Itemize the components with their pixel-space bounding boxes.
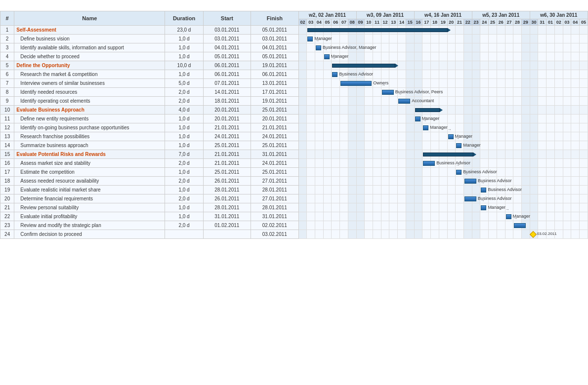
chart-cell-15-14: [414, 159, 422, 168]
chart-cell-23-21: [472, 230, 480, 239]
row-duration: 1,0 d: [165, 132, 203, 141]
chart-cell-16-31: [554, 168, 563, 177]
chart-cell-7-9: [373, 88, 381, 97]
day-header-2: 04: [315, 19, 324, 26]
chart-cell-0-0: [298, 26, 307, 35]
row-finish: 17.01.2011: [251, 88, 298, 97]
chart-cell-11-30: [546, 123, 555, 132]
table-row: 20Determine financial requirements2,0 d2…: [0, 194, 588, 203]
chart-cell-7-20: [463, 88, 472, 97]
day-header-8: 10: [365, 19, 373, 26]
chart-cell-10-14: Manager: [414, 115, 422, 123]
chart-cell-6-32: [563, 79, 571, 88]
resource-label: Business Advisor, Peers: [395, 89, 443, 94]
chart-cell-23-33: [571, 230, 580, 239]
chart-cell-21-3: [323, 212, 332, 221]
chart-cell-6-2: [315, 79, 324, 88]
chart-cell-6-17: [439, 79, 447, 88]
day-header-6: 08: [348, 19, 356, 26]
chart-cell-22-20: [463, 221, 472, 230]
chart-cell-8-19: [456, 97, 464, 106]
day-header-5: 07: [340, 19, 348, 26]
chart-cell-10-17: [439, 115, 447, 123]
row-start: 26.01.2011: [203, 177, 251, 186]
chart-cell-13-33: [571, 141, 580, 150]
chart-cell-4-25: [505, 61, 513, 70]
chart-cell-12-2: [315, 132, 324, 141]
chart-cell-3-34: [580, 52, 588, 61]
row-duration: 4,0 d: [165, 106, 203, 115]
chart-cell-13-0: [298, 141, 307, 150]
chart-cell-23-23: [489, 230, 497, 239]
chart-cell-8-11: [389, 97, 398, 106]
chart-cell-5-14: [414, 70, 422, 79]
chart-cell-8-21: [472, 97, 480, 106]
chart-cell-6-31: [554, 79, 563, 88]
chart-cell-2-26: [513, 43, 522, 52]
row-start: 04.01.2011: [203, 43, 251, 52]
chart-cell-17-29: [538, 177, 546, 186]
gantt-bar: [423, 125, 428, 130]
chart-cell-3-23: [489, 52, 497, 61]
chart-cell-4-12: [398, 61, 406, 70]
chart-cell-1-1: Manager: [307, 35, 315, 43]
chart-cell-0-32: [563, 26, 571, 35]
chart-cell-20-34: [580, 203, 588, 212]
chart-cell-13-30: [546, 141, 555, 150]
chart-cell-9-10: [381, 106, 389, 115]
chart-cell-10-28: [530, 115, 538, 123]
chart-cell-7-31: [554, 88, 563, 97]
chart-cell-2-12: [398, 43, 406, 52]
row-start: 20.01.2011: [203, 115, 251, 123]
gantt-bar: [506, 214, 511, 219]
gantt-bar: [481, 205, 486, 210]
chart-cell-2-21: [472, 43, 480, 52]
row-start: 14.01.2011: [203, 88, 251, 97]
chart-cell-20-3: [323, 203, 332, 212]
col-header-start: Start: [203, 11, 251, 26]
chart-cell-21-0: [298, 212, 307, 221]
row-duration: 2,0 d: [165, 177, 203, 186]
chart-cell-14-4: [332, 150, 340, 159]
row-num: 22: [0, 212, 14, 221]
row-num: 11: [0, 115, 14, 123]
chart-cell-6-16: [431, 79, 439, 88]
row-finish: 03.02.2011: [251, 230, 298, 239]
gantt-bar: [448, 134, 454, 139]
chart-cell-21-18: [447, 212, 456, 221]
chart-cell-22-25: [505, 221, 513, 230]
chart-cell-20-17: [439, 203, 447, 212]
row-finish: 02.02.2011: [251, 221, 298, 230]
chart-cell-21-31: [554, 212, 563, 221]
chart-cell-10-12: [398, 115, 406, 123]
chart-cell-15-24: [497, 159, 505, 168]
chart-cell-19-8: [365, 194, 373, 203]
chart-cell-20-31: [554, 203, 563, 212]
chart-cell-17-8: [365, 177, 373, 186]
row-name: Review personal suitability: [14, 203, 165, 212]
chart-cell-21-8: [365, 212, 373, 221]
chart-cell-21-5: [340, 212, 348, 221]
chart-cell-13-3: [323, 141, 332, 150]
chart-cell-3-20: [463, 52, 472, 61]
chart-cell-22-30: [546, 221, 555, 230]
chart-cell-3-10: [381, 52, 389, 61]
chart-cell-14-13: [406, 150, 414, 159]
chart-cell-11-27: [521, 123, 530, 132]
chart-cell-18-31: [554, 186, 563, 194]
chart-cell-11-15: Manager: [422, 123, 431, 132]
dep-arrow: →: [448, 127, 452, 132]
chart-cell-20-27: [521, 203, 530, 212]
chart-cell-19-17: [439, 194, 447, 203]
chart-cell-9-28: [530, 106, 538, 115]
chart-cell-0-34: [580, 26, 588, 35]
chart-cell-19-7: [356, 194, 365, 203]
chart-cell-9-18: [447, 106, 456, 115]
row-finish: 03.01.2011: [251, 35, 298, 43]
chart-cell-6-0: [298, 79, 307, 88]
chart-cell-9-22: [480, 106, 489, 115]
row-duration: 2,0 d: [165, 88, 203, 97]
chart-cell-22-18: [447, 221, 456, 230]
chart-cell-13-22: [480, 141, 489, 150]
chart-cell-18-15: [422, 186, 431, 194]
